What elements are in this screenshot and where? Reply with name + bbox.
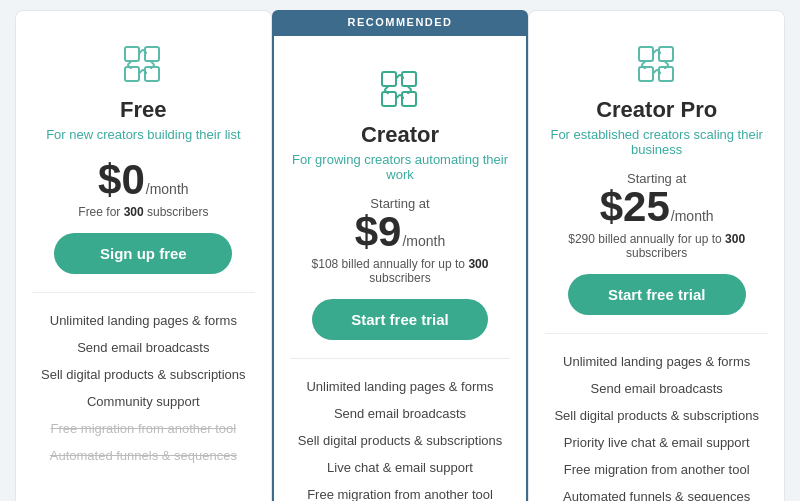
plan-description: For growing creators automating their wo… [290,152,511,182]
feature-item: Unlimited landing pages & forms [545,348,768,375]
price-subtext: $290 billed annually for up to 300 subsc… [545,232,768,260]
svg-rect-1 [125,67,139,81]
plan-creator-pro: Creator Pro For established creators sca… [528,10,785,501]
svg-rect-7 [402,92,416,106]
svg-rect-4 [382,72,396,86]
feature-item: Sell digital products & subscriptions [545,402,768,429]
feature-item: Send email broadcasts [290,400,511,427]
price-area: Starting at $25 /month [600,171,714,228]
svg-rect-2 [145,47,159,61]
plan-free: Free For new creators building their lis… [15,10,272,501]
feature-item: Unlimited landing pages & forms [290,373,511,400]
cta-button[interactable]: Start free trial [312,299,489,340]
plan-description: For new creators building their list [46,127,240,145]
cta-button[interactable]: Start free trial [568,274,746,315]
feature-item: Live chat & email support [290,454,511,481]
price-subtext: Free for 300 subscribers [78,205,208,219]
svg-rect-5 [382,92,396,106]
svg-rect-8 [639,47,653,61]
price-area: Starting at $9 /month [355,196,446,253]
feature-item: Sell digital products & subscriptions [290,427,511,454]
svg-rect-3 [145,67,159,81]
feature-item: Community support [32,388,255,415]
feature-item: Automated funnels & sequences [32,442,255,469]
plan-description: For established creators scaling their b… [545,127,768,157]
plan-creator: RECOMMENDED Creator For growing creators… [272,10,529,501]
plan-name: Creator [361,122,439,148]
feature-item: Automated funnels & sequences [545,483,768,501]
plan-name: Free [120,97,166,123]
features-list: Unlimited landing pages & formsSend emai… [545,333,768,501]
price-period: /month [146,181,189,197]
plan-name: Creator Pro [596,97,717,123]
price-amount: $25 [600,186,670,228]
price-period: /month [671,208,714,224]
plan-icon [374,64,426,116]
price-area: $0 /month [98,159,189,201]
price-amount: $0 [98,159,145,201]
feature-item: Send email broadcasts [32,334,255,361]
feature-item: Unlimited landing pages & forms [32,307,255,334]
feature-item: Free migration from another tool [32,415,255,442]
feature-item: Sell digital products & subscriptions [32,361,255,388]
features-list: Unlimited landing pages & formsSend emai… [290,358,511,501]
cta-button[interactable]: Sign up free [54,233,232,274]
recommended-badge: RECOMMENDED [272,10,529,34]
feature-item: Free migration from another tool [290,481,511,501]
price-subtext: $108 billed annually for up to 300 subsc… [290,257,511,285]
svg-rect-0 [125,47,139,61]
plan-icon [631,39,683,91]
plan-icon [117,39,169,91]
pricing-container: Free For new creators building their lis… [5,0,795,501]
price-inline: $0 /month [98,159,189,201]
features-list: Unlimited landing pages & formsSend emai… [32,292,255,479]
price-period: /month [402,233,445,249]
svg-rect-11 [659,67,673,81]
svg-rect-9 [639,67,653,81]
feature-item: Send email broadcasts [545,375,768,402]
svg-rect-10 [659,47,673,61]
price-amount: $9 [355,211,402,253]
feature-item: Priority live chat & email support [545,429,768,456]
feature-item: Free migration from another tool [545,456,768,483]
price-inline: $25 /month [600,186,714,228]
svg-rect-6 [402,72,416,86]
price-inline: $9 /month [355,211,446,253]
